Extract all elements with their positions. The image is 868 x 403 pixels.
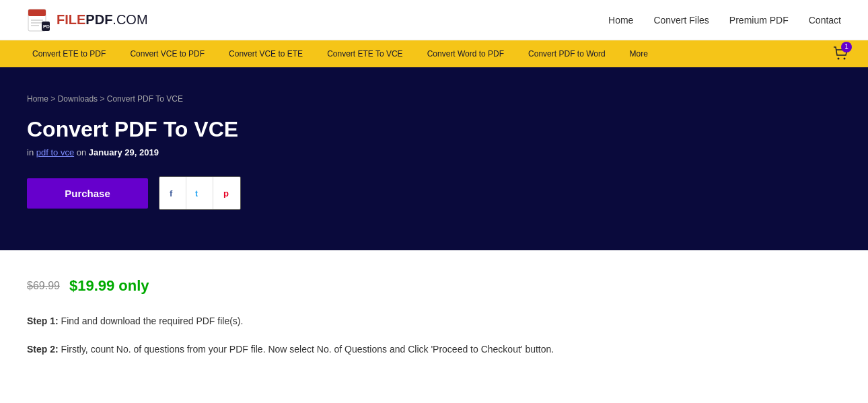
subnav-vce-to-ete[interactable]: Convert VCE to ETE (217, 40, 315, 67)
breadcrumb-downloads[interactable]: Downloads (58, 94, 98, 104)
cart-icon-wrap[interactable]: 1 (833, 46, 848, 63)
logo-icon: PDF (27, 8, 51, 32)
step2: Step 2: Firstly, count No. of questions … (27, 342, 841, 357)
step1: Step 1: Find and download the required P… (27, 314, 841, 328)
svg-text:PDF: PDF (43, 24, 51, 29)
nav-home[interactable]: Home (608, 15, 633, 26)
twitter-button[interactable]: t (186, 177, 213, 209)
meta-on: on (77, 147, 86, 157)
breadcrumb-sep2: > (100, 94, 106, 104)
original-price: $69.99 (27, 280, 60, 292)
step1-text: Find and download the required PDF file(… (61, 316, 244, 326)
logo-file: FILE (57, 12, 85, 28)
facebook-button[interactable]: f (159, 177, 186, 209)
nav-contact[interactable]: Contact (809, 15, 841, 26)
action-row: Purchase f t p (27, 176, 841, 210)
logo-pdf: PDF (85, 12, 112, 28)
cart-badge: 1 (841, 42, 852, 52)
svg-text:t: t (195, 189, 198, 198)
nav-premium-pdf[interactable]: Premium PDF (729, 15, 789, 26)
logo[interactable]: PDF FILEPDF.COM (27, 8, 148, 32)
price-row: $69.99 $19.99 only (27, 277, 841, 295)
page-title: Convert PDF To VCE (27, 117, 841, 142)
meta-prefix: in (27, 147, 34, 157)
svg-text:p: p (223, 188, 229, 198)
step2-label: Step 2: (27, 344, 59, 355)
pinterest-icon: p (222, 188, 231, 198)
step1-label: Step 1: (27, 316, 59, 326)
subnav-ete-to-vce[interactable]: Convert ETE To VCE (315, 40, 415, 67)
step2-text: Firstly, count No. of questions from you… (61, 344, 554, 355)
social-buttons: f t p (159, 176, 241, 210)
subnav-word-to-pdf[interactable]: Convert Word to PDF (415, 40, 516, 67)
subnav-ete-to-pdf[interactable]: Convert ETE to PDF (20, 40, 118, 67)
breadcrumb: Home > Downloads > Convert PDF To VCE (27, 94, 841, 104)
nav-convert-files[interactable]: Convert Files (653, 15, 709, 26)
subnav-more[interactable]: More (618, 40, 660, 67)
content-section: $69.99 $19.99 only Step 1: Find and down… (0, 250, 868, 398)
svg-point-8 (844, 57, 846, 59)
sale-price: $19.99 only (69, 277, 149, 295)
breadcrumb-current: Convert PDF To VCE (107, 94, 183, 104)
subnav-pdf-to-word[interactable]: Convert PDF to Word (516, 40, 617, 67)
svg-text:f: f (170, 188, 173, 198)
twitter-icon: t (195, 188, 205, 198)
svg-point-7 (838, 57, 840, 59)
meta-tag[interactable]: pdf to vce (36, 147, 74, 157)
page-meta: in pdf to vce on January 29, 2019 (27, 147, 841, 157)
subnav-vce-to-pdf[interactable]: Convert VCE to PDF (118, 40, 217, 67)
svg-rect-1 (28, 9, 46, 16)
logo-com: .COM (112, 12, 147, 28)
meta-date: January 29, 2019 (89, 147, 159, 157)
pinterest-button[interactable]: p (213, 177, 240, 209)
purchase-button[interactable]: Purchase (27, 178, 148, 209)
breadcrumb-sep1: > (50, 94, 57, 104)
sub-nav: Convert ETE to PDF Convert VCE to PDF Co… (0, 40, 868, 67)
main-nav: Home Convert Files Premium PDF Contact (608, 15, 841, 26)
breadcrumb-home[interactable]: Home (27, 94, 48, 104)
header: PDF FILEPDF.COM Home Convert Files Premi… (0, 0, 868, 40)
facebook-icon: f (168, 188, 178, 198)
hero-section: Home > Downloads > Convert PDF To VCE Co… (0, 67, 868, 250)
